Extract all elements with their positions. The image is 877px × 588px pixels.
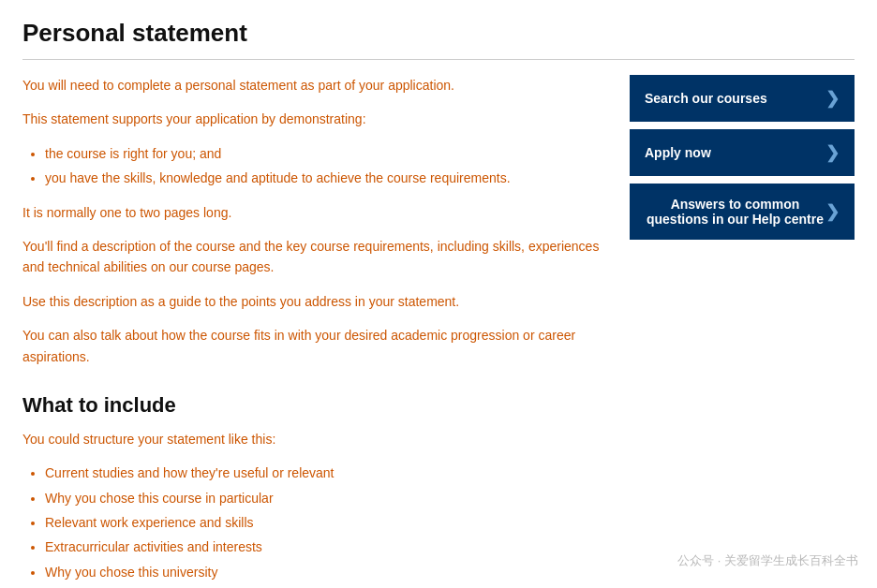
chevron-right-icon: ❯ [825,88,840,109]
paragraph-6: You can also talk about how the course f… [22,325,607,367]
search-courses-label: Search our courses [645,91,767,106]
help-centre-label: Answers to common questions in our Help … [645,197,825,227]
search-courses-button[interactable]: Search our courses ❯ [630,75,855,122]
paragraph-5: Use this description as a guide to the p… [22,291,607,312]
intro-paragraph-1: You will need to complete a personal sta… [22,75,607,96]
main-layout: You will need to complete a personal sta… [22,75,855,588]
chevron-right-icon: ❯ [825,142,840,163]
main-content: You will need to complete a personal sta… [22,75,607,588]
apply-now-button[interactable]: Apply now ❯ [630,129,855,176]
apply-now-label: Apply now [645,145,711,160]
bullet-item: Why you chose this university [45,562,607,582]
bullet-item: Why you chose this course in particular [45,488,607,508]
paragraph-4: You'll find a description of the course … [22,236,607,278]
sidebar: Search our courses ❯ Apply now ❯ Answers… [630,75,855,588]
page-title: Personal statement [22,19,855,60]
section2-title: What to include [22,393,607,418]
bullet-list-2: Current studies and how they're useful o… [45,463,607,588]
bullet-item: Current studies and how they're useful o… [45,463,607,483]
bullet-item: Relevant work experience and skills [45,512,607,533]
help-centre-button[interactable]: Answers to common questions in our Help … [630,184,855,240]
bullet-list-1: the course is right for you; and you hav… [45,143,607,189]
intro-paragraph-2: This statement supports your application… [22,109,607,129]
bullet-item: Extracurricular activities and interests [45,537,607,557]
watermark: 公众号 · 关爱留学生成长百科全书 [677,552,858,569]
bullet-item: the course is right for you; and [45,143,607,164]
paragraph-3: It is normally one to two pages long. [22,202,607,223]
chevron-right-icon: ❯ [825,201,840,222]
section2-intro: You could structure your statement like … [22,429,607,449]
bullet-item: you have the skills, knowledge and aptit… [45,168,607,188]
